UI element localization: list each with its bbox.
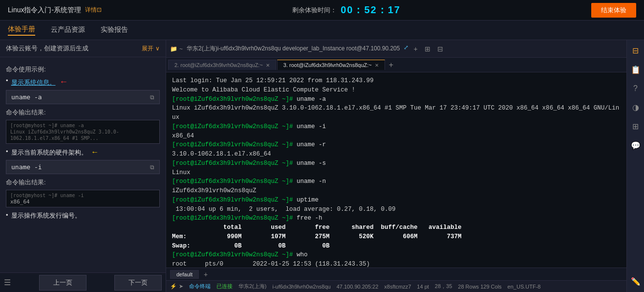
add-bottom-tab-icon[interactable]: +	[201, 270, 211, 279]
term-line-0: Last login: Tue Jan 25 12:59:21 2022 fro…	[172, 76, 621, 86]
term-line-14: [root@iZuf6dx3h9lvrh0w2ns8quZ ~]# uptime	[172, 196, 621, 205]
timer-label: 剩余体验时间：	[292, 6, 337, 15]
nav-item-cloud[interactable]: 云产品资源	[51, 25, 85, 35]
tab-2-close[interactable]: ✕	[266, 63, 270, 68]
menu-icon[interactable]: ☰	[4, 278, 11, 287]
lightning-icon: ⚡	[170, 283, 177, 290]
status-ip-label: 47.100.90.205:22	[337, 284, 379, 290]
status-icon-segment: ⚡ ➤	[170, 283, 183, 290]
path-label: ~	[179, 45, 183, 52]
system-info-link[interactable]: 显示系统信息。	[11, 79, 56, 86]
page-title: Linux指令入门-系统管理	[8, 6, 81, 15]
terminal-icon[interactable]: ⊟	[630, 44, 641, 57]
status-session-segment: x8sftcmzz7	[384, 284, 411, 290]
tile-icon[interactable]: ⊞	[423, 44, 432, 54]
chat-icon[interactable]: 💬	[629, 139, 643, 152]
expand-button[interactable]: 展开 ∨	[142, 45, 160, 53]
term-prompt-20: [root@iZuf6dx3h9lvrh0w2ns8quZ ~]#	[172, 251, 297, 258]
maximize-icon[interactable]: +	[411, 44, 419, 54]
split-icon[interactable]: ⊟	[435, 44, 445, 54]
terminal-topbar: 📁 ~ 华东2(上海)i-uf6dx3h9lvrh0w2ns8qu develo…	[166, 40, 626, 58]
expand-label: 展开	[142, 45, 153, 53]
tab-3-close[interactable]: ✕	[375, 63, 379, 68]
status-rowcols-label: 28 Rows 129 Cols	[458, 284, 501, 290]
tab-2-label: 2. root@iZuf6dx3h9lvrh0w2ns8quZ:~	[174, 62, 263, 68]
copy-icon-1[interactable]: ⧉	[150, 94, 154, 101]
default-tab[interactable]: default	[170, 270, 199, 279]
term-command-10: uname -s	[297, 160, 326, 167]
default-tab-label: default	[176, 271, 193, 277]
status-rowcols-segment: 28 Rows 129 Cols	[458, 284, 501, 290]
status-cmd-segment: 命令终端	[189, 283, 211, 290]
output-line-1: [root@myhost ~]# uname -a	[10, 123, 84, 128]
term-prompt-14: [root@iZuf6dx3h9lvrh0w2ns8quZ ~]#	[172, 197, 297, 203]
term-control-icons: ⤢ + ⊞ ⊟	[404, 44, 445, 54]
detail-link[interactable]: 详情⊡	[85, 6, 102, 14]
term-prompt-4: [root@iZuf6dx3h9lvrh0w2ns8quZ ~]#	[172, 96, 297, 103]
bullet-text-1: 显示系统信息。 ←	[11, 77, 68, 87]
term-command-20: who	[297, 251, 308, 258]
term-command-6: uname -i	[297, 123, 326, 130]
output-box-1: [root@myhost ~]# uname -a Linux iZuf6dx3…	[6, 120, 160, 144]
output-line-4: x86_64	[10, 199, 30, 205]
status-fontsize-label: 14 pt	[417, 284, 429, 290]
terminal-tab-2[interactable]: 2. root@iZuf6dx3h9lvrh0w2ns8quZ:~ ✕	[168, 60, 276, 70]
term-command-12: uname -n	[297, 178, 326, 185]
folder-icon: 📁	[170, 45, 177, 52]
term-line-6: [root@iZuf6dx3h9lvrh0w2ns8quZ ~]# uname …	[172, 122, 621, 132]
bottom-tabbar: default +	[166, 268, 626, 280]
term-line-12: [root@iZuf6dx3h9lvrh0w2ns8quZ ~]# uname …	[172, 177, 621, 186]
status-encoding-segment: en_US.UTF-8	[508, 284, 541, 290]
qrcode-icon[interactable]: ⊞	[630, 120, 641, 133]
copy-icon-2[interactable]: ⧉	[150, 164, 154, 171]
status-region-segment: 华东2(上海)	[238, 283, 266, 290]
add-tab-icon[interactable]: +	[386, 60, 396, 70]
bullet-text-2: 显示当前系统的硬件架构。 ←	[11, 148, 99, 157]
moon-icon[interactable]: ◑	[630, 101, 641, 114]
end-button[interactable]: 结束体验	[591, 3, 636, 18]
terminal-body[interactable]: Last login: Tue Jan 25 12:59:21 2022 fro…	[166, 72, 626, 268]
terminal-area: 📁 ~ 华东2(上海)i-uf6dx3h9lvrh0w2ns8qu develo…	[166, 40, 626, 292]
bullet-item-2: 显示当前系统的硬件架构。 ←	[6, 148, 160, 157]
main-content: 体验云账号，创建资源后生成 展开 ∨ 命令使用示例: 显示系统信息。 ← una…	[0, 40, 644, 292]
expand-icon[interactable]: ⤢	[404, 44, 408, 54]
term-line-8: [root@iZuf6dx3h9lvrh0w2ns8quZ ~]# uname …	[172, 140, 621, 150]
terminal-tabs: 2. root@iZuf6dx3h9lvrh0w2ns8quZ:~ ✕ 3. r…	[166, 58, 626, 72]
term-line-15: 13:00:04 up 6 min, 2 users, load average…	[172, 205, 621, 214]
question-icon[interactable]: ?	[631, 82, 640, 95]
instance-info: 华东2(上海)i-uf6dx3h9lvrh0w2ns8qu developer_…	[187, 45, 400, 53]
status-connected-label: 已连接	[216, 283, 233, 290]
status-cursor-segment: 28，35	[435, 283, 452, 290]
nav-item-report[interactable]: 实验报告	[101, 25, 128, 35]
term-prompt-8: [root@iZuf6dx3h9lvrh0w2ns8quZ ~]#	[172, 141, 297, 148]
yellow-arrow-1: ←	[91, 148, 99, 156]
cmd-box-1: uname -a ⧉	[6, 90, 160, 104]
term-command-4: uname -a	[297, 96, 326, 103]
term-prompt-16: [root@iZuf6dx3h9lvrh0w2ns8quZ ~]#	[172, 215, 297, 222]
cmd-text-1: uname -a	[11, 93, 42, 101]
bullet-item-3: 显示操作系统发行编号。	[6, 211, 160, 220]
terminal-tab-3[interactable]: 3. root@iZuf6dx3h9lvrh0w2ns8quZ:~ ✕	[277, 60, 385, 70]
term-line-11: Linux	[172, 168, 621, 178]
term-line-4: [root@iZuf6dx3h9lvrh0w2ns8quZ ~]# uname …	[172, 95, 621, 104]
status-cmd-label: 命令终端	[189, 283, 211, 290]
edit-icon[interactable]: ✏️	[629, 275, 643, 288]
term-line-10: [root@iZuf6dx3h9lvrh0w2ns8quZ ~]# uname …	[172, 159, 621, 168]
calendar-icon[interactable]: 📋	[629, 63, 643, 76]
term-line-13: iZuf6dx3h9lvrh0w2ns8quZ	[172, 186, 621, 196]
section-title-output-2: 命令输出结果:	[6, 178, 160, 187]
left-panel-content: 命令使用示例: 显示系统信息。 ← uname -a ⧉ 命令输出结果: [ro…	[0, 57, 166, 272]
term-command-16: free -h	[297, 215, 322, 222]
status-ip-segment: 47.100.90.205:22	[337, 284, 379, 290]
nav-bar: 体验手册 云产品资源 实验报告	[0, 21, 644, 40]
term-line-18: Mem: 990M 107M 275M 520K 606M 737M	[172, 232, 621, 242]
status-connected-segment: 已连接	[216, 283, 233, 290]
output-box-2: [root@myhost ~]# uname -i x86_64	[6, 190, 160, 207]
timer-value: 00：52：17	[341, 3, 401, 17]
section-title-1: 命令使用示例:	[6, 65, 160, 74]
status-encoding-label: en_US.UTF-8	[508, 284, 541, 290]
prev-page-button[interactable]: 上一页	[39, 275, 86, 291]
next-page-button[interactable]: 下一页	[114, 275, 162, 291]
status-fontsize-segment: 14 pt	[417, 284, 429, 290]
nav-item-handbook[interactable]: 体验手册	[8, 25, 35, 36]
